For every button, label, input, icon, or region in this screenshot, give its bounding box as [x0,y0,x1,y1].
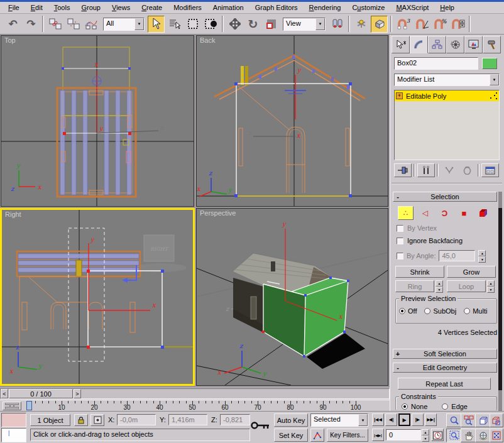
current-frame-field[interactable]: 0 [386,429,421,440]
collapse-icon[interactable]: - [393,193,402,200]
keyboard-shortcut-override-button[interactable] [371,16,388,33]
make-unique-button[interactable] [441,163,458,177]
key-selection-dropdown[interactable]: Selected ▼ [310,413,368,427]
select-object-button[interactable] [148,16,165,33]
tab-motion[interactable] [446,36,464,53]
menu-customize[interactable]: Customize [346,3,390,13]
menu-modifiers[interactable]: Modifiers [168,3,207,13]
select-and-link-button[interactable] [47,16,63,33]
mini-curve-editor-button[interactable] [3,402,21,410]
key-mode-toggle-button[interactable]: |◀▶| [372,429,384,441]
modifier-stack[interactable]: + Editable Poly [394,90,500,160]
bind-to-space-warp-button[interactable] [83,16,100,33]
menu-create[interactable]: Create [136,3,168,13]
back-viewport-canvas[interactable]: y x z z x y [197,36,388,206]
spinner-up-icon[interactable]: ▲ [487,280,495,287]
play-button[interactable]: ▶ [398,413,410,426]
vertex-mode-button[interactable]: ∴ [398,206,414,220]
menu-help[interactable]: Help [434,3,460,13]
viewcube-watermark[interactable]: RIGHT [134,235,187,272]
by-vertex-checkbox[interactable] [397,225,403,232]
viewport-label-perspective[interactable]: Perspective [200,209,236,217]
go-to-end-button[interactable]: ▶▶| [425,413,437,426]
edit-geometry-rollout-header[interactable]: - Edit Geometry [393,363,497,373]
loop-button[interactable]: Loop [447,280,486,292]
constraint-none-radio[interactable] [402,403,408,410]
zoom-button[interactable] [446,413,462,427]
tab-hierarchy[interactable] [428,36,446,53]
menu-tools[interactable]: Tools [48,3,76,13]
menu-graph-editors[interactable]: Graph Editors [249,3,304,13]
track-ruler[interactable]: 0102030405060708090100 [24,400,388,412]
configure-modifier-sets-button[interactable] [481,163,499,177]
panel-scrollbar[interactable] [498,192,502,411]
by-angle-spinner[interactable]: ▲▼ [478,250,486,261]
select-by-name-button[interactable] [166,16,183,33]
time-slider-prev-button[interactable]: < [1,389,8,398]
spinner-snap-toggle-button[interactable] [449,16,466,33]
grow-button[interactable]: Grow [447,266,496,278]
transform-gizmo[interactable]: y x z [248,67,306,139]
top-viewport-canvas[interactable]: x y z y x z [1,36,194,206]
soft-selection-rollout-header[interactable]: + Soft Selection [393,349,497,359]
menu-maxscript[interactable]: MAXScript [390,3,434,13]
tab-utilities[interactable] [483,36,501,53]
key-filters-button[interactable]: Key Filters... [327,429,368,442]
percent-snap-toggle-button[interactable]: % [431,16,448,33]
panel-scrollbar-thumb[interactable] [498,208,502,390]
macro-recorder-pane[interactable] [1,413,26,427]
viewport-perspective[interactable]: z [196,208,388,386]
ring-button[interactable]: Ring [395,280,434,292]
object-name-field[interactable]: Box02 [394,57,478,70]
rectangular-selection-region-button[interactable] [184,16,201,33]
menu-animation[interactable]: Animation [207,3,249,13]
spinner-down-icon[interactable]: ▼ [487,287,495,293]
arc-rotate-button[interactable] [475,429,491,442]
border-mode-button[interactable]: Ɔ [437,206,452,220]
z-coord-field[interactable]: -0,821 [220,414,250,425]
modifier-stack-item-selected[interactable]: + Editable Poly [395,90,499,101]
zoom-all-button[interactable] [461,413,476,427]
go-to-start-button[interactable]: |◀◀ [372,413,384,426]
track-frame-indicator[interactable] [26,401,32,410]
time-configuration-button[interactable] [431,429,444,441]
key-mode-curve-button[interactable] [310,429,324,442]
expand-icon[interactable]: + [396,92,403,99]
maxscript-listener-pane[interactable]: | [1,428,26,442]
menu-edit[interactable]: Edit [25,3,48,13]
x-coord-field[interactable]: -0,0m [117,414,156,425]
collapse-icon[interactable]: - [393,364,402,371]
redo-button[interactable]: ↷ [23,16,40,33]
spinner-down-icon[interactable]: ▼ [478,256,486,263]
pin-stack-button[interactable] [394,163,412,177]
select-and-move-button[interactable] [226,16,243,33]
ring-spinner[interactable]: ▲▼ [436,280,443,292]
menu-group[interactable]: Group [75,3,106,13]
preview-off-radio[interactable] [399,308,405,314]
time-slider-next-button[interactable]: > [74,389,81,398]
use-pivot-point-center-button[interactable] [329,16,346,33]
viewport-label-back[interactable]: Back [200,36,215,44]
snaps-toggle-button[interactable]: 3 [395,16,412,33]
set-keys-key-icon[interactable] [250,419,271,432]
dropdown-arrow-icon[interactable]: ▼ [490,74,499,85]
previous-frame-button[interactable]: ◀| [385,413,397,426]
unlink-selection-button[interactable] [65,16,82,33]
viewport-label-right[interactable]: Right [5,211,21,218]
preview-subobj-radio[interactable] [424,308,430,314]
remove-modifier-button[interactable] [458,163,476,177]
undo-button[interactable]: ↶ [4,16,21,33]
perspective-viewport-canvas[interactable]: z [197,209,388,385]
spinner-up-icon[interactable]: ▲ [436,280,443,287]
spinner-down-icon[interactable]: ▼ [422,435,429,442]
right-viewport-canvas[interactable]: RIGHT [2,210,193,384]
ignore-backfacing-checkbox[interactable] [397,238,403,244]
polygon-mode-button[interactable]: ■ [456,206,472,220]
tab-display[interactable] [464,36,483,53]
menu-rendering[interactable]: Rendering [304,3,347,13]
repeat-last-button[interactable]: Repeat Last [398,378,491,390]
region-zoom-button[interactable] [446,429,462,442]
tab-modify[interactable] [410,36,428,53]
selection-rollout-header[interactable]: - Selection [393,192,497,202]
spinner-up-icon[interactable]: ▲ [478,250,486,256]
